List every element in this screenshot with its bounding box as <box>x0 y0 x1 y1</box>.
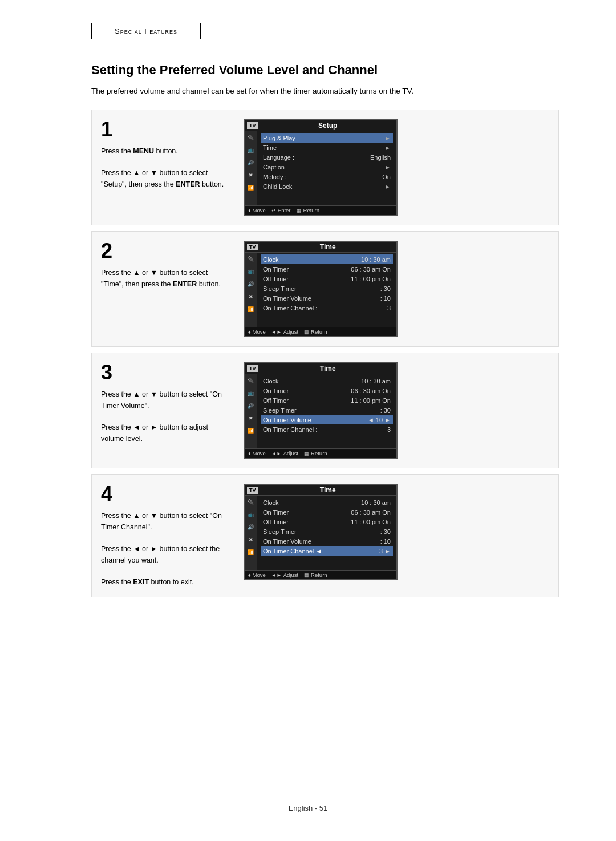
tv-menu-label-1: On Timer <box>263 509 351 516</box>
tv-menu-value-3: : 30 <box>380 407 391 414</box>
tv-menu-item-5: Child Lock► <box>261 181 393 191</box>
tv-menu-item-3: Caption► <box>261 162 393 172</box>
step-1-number: 1 <box>101 119 232 140</box>
tv-footer-label-0: Move <box>253 450 266 456</box>
sidebar-icon-2: 🔊 <box>247 523 255 531</box>
tv-menu-item-3: Sleep Timer: 30 <box>261 284 393 293</box>
tv-menu-value-5: 3 <box>387 426 391 433</box>
tv-footer-icon-1: ◄► <box>271 451 282 456</box>
step-3-tv-body: 🔌📺🔊✖📶Clock10 : 30 amOn Timer06 : 30 am O… <box>245 374 396 448</box>
step-4-tv-screen: TVTime🔌📺🔊✖📶Clock10 : 30 amOn Timer06 : 3… <box>244 484 398 580</box>
tv-menu-arrow-1: ► <box>384 144 391 151</box>
tv-menu-label-3: Caption <box>263 164 382 171</box>
tv-menu-label-4: On Timer Volume <box>263 417 368 423</box>
step-3-tv-title: Time <box>262 365 394 373</box>
tv-footer-label-1: Adjust <box>283 450 298 456</box>
tv-menu-value-2: 11 : 00 pm On <box>351 397 391 404</box>
step-1-instruction-1: Press the MENU button. <box>101 145 232 157</box>
tv-footer-label-2: Return <box>303 207 320 213</box>
step-1-tv-body: 🔌📺🔊✖📶Plug & Play►Time►Language :EnglishC… <box>245 131 396 205</box>
tv-menu-label-0: Clock <box>263 378 361 385</box>
main-content: Setting the Preferred Volume Level and C… <box>91 63 559 603</box>
step-1: 1Press the MENU button.Press the ▲ or ▼ … <box>91 110 559 225</box>
step-1-tv-screen: TVSetup🔌📺🔊✖📶Plug & Play►Time►Language :E… <box>244 119 398 216</box>
step-3: 3Press the ▲ or ▼ button to select "On T… <box>91 353 559 468</box>
intro-text: The preferred volume and channel can be … <box>91 86 479 97</box>
tv-menu-value-5: 3 <box>387 305 391 312</box>
step-1-tv-topbar: TVSetup <box>245 120 396 131</box>
tv-footer-label-0: Move <box>253 207 266 213</box>
step-2-tv-sidebar: 🔌📺🔊✖📶 <box>245 253 257 327</box>
step-4-tv-body: 🔌📺🔊✖📶Clock10 : 30 amOn Timer06 : 30 am O… <box>245 496 396 570</box>
sidebar-icon-3: ✖ <box>247 536 255 544</box>
step-3-tv-sidebar: 🔌📺🔊✖📶 <box>245 374 257 448</box>
sidebar-icon-4: 📶 <box>247 305 255 313</box>
tv-menu-arrow-5: ► <box>384 183 391 190</box>
step-1-instruction-2: Press the ▲ or ▼ button to select "Setup… <box>101 167 232 190</box>
tv-menu-item-0: Clock10 : 30 am <box>261 254 393 264</box>
tv-menu-label-5: On Timer Channel ◄ <box>263 548 379 555</box>
tv-menu-item-3: Sleep Timer: 30 <box>261 405 393 415</box>
tv-menu-label-4: On Timer Volume <box>263 295 380 302</box>
tv-footer-item-2: ▦Return <box>304 329 327 335</box>
tv-menu-label-1: Time <box>263 144 382 151</box>
tv-footer-item-2: ▦Return <box>304 450 327 456</box>
step-2-tv-body: 🔌📺🔊✖📶Clock10 : 30 amOn Timer06 : 30 am O… <box>245 253 396 327</box>
step-2-tv-footer: ♦Move◄►Adjust▦Return <box>245 327 396 336</box>
tv-menu-item-3: Sleep Timer: 30 <box>261 527 393 536</box>
tv-menu-label-2: Language : <box>263 154 370 161</box>
tv-menu-item-4: Melody :On <box>261 172 393 181</box>
tv-footer-item-1: ◄►Adjust <box>271 450 298 456</box>
step-3-tv-footer: ♦Move◄►Adjust▦Return <box>245 448 396 458</box>
tv-menu-value-2: 11 : 00 pm On <box>351 276 391 282</box>
tv-menu-label-3: Sleep Timer <box>263 407 380 414</box>
tv-menu-item-0: Clock10 : 30 am <box>261 498 393 507</box>
tv-menu-arrow-0: ► <box>384 135 391 141</box>
tv-menu-item-4: On Timer Volume◄ 10 ► <box>261 415 393 424</box>
tv-footer-label-2: Return <box>311 450 327 456</box>
step-1-tv-menu: Plug & Play►Time►Language :EnglishCaptio… <box>257 131 396 205</box>
tv-menu-item-5: On Timer Channel ◄3 ► <box>261 546 393 556</box>
tv-footer-item-0: ♦Move <box>248 450 266 456</box>
tv-menu-label-0: Clock <box>263 499 361 506</box>
tv-footer-label-2: Return <box>311 572 327 578</box>
tv-footer-item-0: ♦Move <box>248 329 266 335</box>
tv-footer-icon-2: ▦ <box>304 451 309 456</box>
tv-menu-label-3: Sleep Timer <box>263 285 380 292</box>
sidebar-icon-3: ✖ <box>247 171 255 179</box>
tv-menu-label-2: Off Timer <box>263 397 351 404</box>
tv-menu-value-4: On <box>382 173 391 180</box>
step-2-left: 2Press the ▲ or ▼ button to select "Time… <box>101 241 232 290</box>
step-3-number: 3 <box>101 362 232 383</box>
sidebar-icon-1: 📺 <box>247 511 255 519</box>
sidebar-icon-2: 🔊 <box>247 280 255 288</box>
tv-menu-value-1: 06 : 30 am On <box>351 509 391 516</box>
tv-menu-label-4: On Timer Volume <box>263 538 380 545</box>
tv-footer-item-2: ▦Return <box>304 572 327 578</box>
sidebar-icon-2: 🔊 <box>247 159 255 167</box>
tv-menu-item-0: Plug & Play► <box>261 133 393 143</box>
tv-footer-icon-0: ♦ <box>248 451 251 456</box>
tv-menu-arrow-3: ► <box>384 164 391 171</box>
tv-menu-item-2: Off Timer11 : 00 pm On <box>261 517 393 527</box>
tv-footer-label-1: Enter <box>278 207 291 213</box>
step-4-tv-topbar: TVTime <box>245 485 396 496</box>
step-2: 2Press the ▲ or ▼ button to select "Time… <box>91 231 559 347</box>
step-3-tv-screen: TVTime🔌📺🔊✖📶Clock10 : 30 amOn Timer06 : 3… <box>244 362 398 459</box>
tv-menu-value-2: 11 : 00 pm On <box>351 519 391 525</box>
tv-menu-label-5: Child Lock <box>263 183 382 190</box>
sidebar-icon-0: 🔌 <box>247 377 255 385</box>
tv-menu-item-4: On Timer Volume: 10 <box>261 293 393 303</box>
step-4-instruction-2: Press the ◄ or ► button to select the ch… <box>101 543 232 566</box>
sidebar-icon-1: 📺 <box>247 146 255 154</box>
tv-menu-item-1: On Timer06 : 30 am On <box>261 507 393 517</box>
tv-menu-label-0: Plug & Play <box>263 135 382 141</box>
tv-menu-label-2: Off Timer <box>263 519 351 525</box>
page-footer: English - 51 <box>0 804 616 812</box>
tv-menu-label-1: On Timer <box>263 387 351 394</box>
step-4-tv-sidebar: 🔌📺🔊✖📶 <box>245 496 257 570</box>
tv-footer-icon-0: ♦ <box>248 329 251 335</box>
step-1-left: 1Press the MENU button.Press the ▲ or ▼ … <box>101 119 232 190</box>
sidebar-icon-4: 📶 <box>247 548 255 556</box>
step-2-instruction-1: Press the ▲ or ▼ button to select "Time"… <box>101 267 232 290</box>
